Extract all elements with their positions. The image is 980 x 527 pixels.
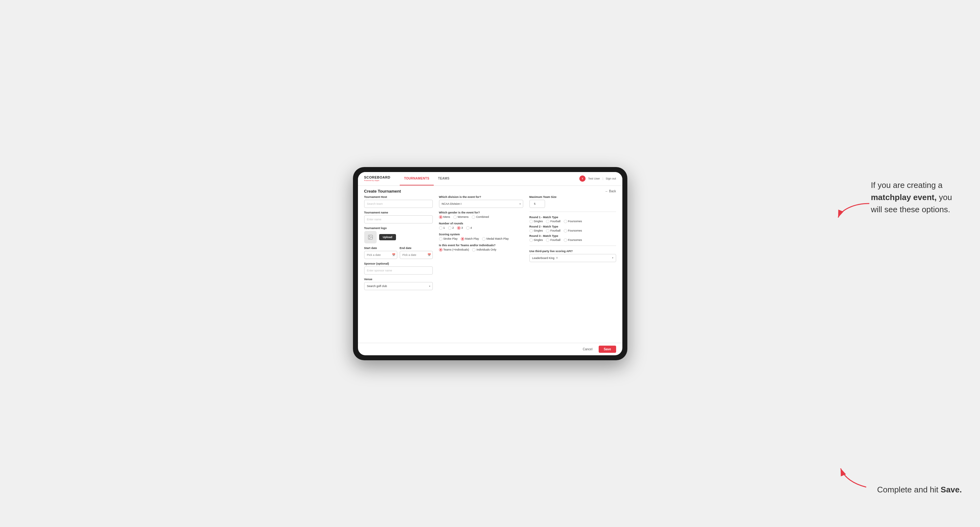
scoring-match[interactable]: Match Play (461, 237, 479, 241)
individuals-label: Individuals Only (476, 248, 496, 251)
annotation-matchplay-bold: matchplay event, (871, 193, 937, 202)
event-teams[interactable]: Teams (+Individuals) (439, 248, 469, 251)
gender-mens[interactable]: Mens (439, 215, 450, 219)
scoring-medal[interactable]: Medal Match Play (482, 237, 509, 241)
round4-label: 4 (471, 226, 472, 229)
end-date-wrapper (400, 251, 433, 259)
tablet-screen: SCOREBOARD Powered by clippit TOURNAMENT… (358, 172, 622, 355)
end-date-input[interactable] (400, 251, 433, 259)
rounds-1[interactable]: 1 (439, 226, 445, 230)
annotation-bottom-text: Complete and hit (877, 485, 941, 494)
round1-match-label: Round 1 - Match Type (530, 216, 616, 219)
radio-r1-foursomes (564, 220, 567, 223)
radio-teams-dot (439, 248, 442, 251)
arrow-bottom-svg (838, 465, 869, 490)
svg-point-1 (369, 236, 370, 237)
r2-singles-label: Singles (534, 229, 543, 232)
upload-button[interactable]: Upload (379, 234, 396, 240)
match-play-label: Match Play (465, 237, 479, 240)
gender-radio-group: Mens Womens Combined (439, 215, 523, 219)
round1-options: Singles Fourball Foursomes (530, 220, 616, 223)
radio-r3-fourball (546, 238, 549, 242)
back-button[interactable]: ← Back (605, 189, 616, 193)
scoring-stroke[interactable]: Stroke Play (439, 237, 458, 241)
gender-combined-label: Combined (476, 215, 489, 219)
gender-mens-label: Mens (443, 215, 450, 219)
round3-label: 3 (461, 226, 463, 229)
r3-fourball-label: Fourball (550, 238, 561, 241)
logo-placeholder (364, 231, 377, 243)
sponsor-group: Sponsor (optional) (364, 262, 433, 275)
round2-singles[interactable]: Singles (530, 229, 543, 232)
round2-foursomes[interactable]: Foursomes (564, 229, 582, 232)
tablet-frame: SCOREBOARD Powered by clippit TOURNAMENT… (353, 167, 627, 360)
nav-separator: | (602, 177, 603, 180)
division-group: Which division is the event for? NCAA Di… (439, 195, 523, 208)
division-select[interactable]: NCAA Division I (439, 200, 523, 208)
round3-fourball[interactable]: Fourball (546, 238, 561, 242)
radio-individuals-dot (472, 248, 476, 251)
third-party-value: Leaderboard King (532, 257, 555, 260)
venue-select[interactable]: Search golf club (364, 282, 433, 290)
radio-r2-foursomes (564, 229, 567, 232)
gender-group: Which gender is the event for? Mens Wome… (439, 211, 523, 219)
sponsor-input[interactable] (364, 267, 433, 275)
round1-singles[interactable]: Singles (530, 220, 543, 223)
page-header: Create Tournament ← Back (358, 186, 622, 195)
max-team-size-input[interactable] (530, 200, 545, 208)
match-type-section: Round 1 - Match Type Singles Fourball (530, 216, 616, 242)
app-logo: SCOREBOARD Powered by clippit (364, 176, 390, 181)
third-party-label: Use third-party live scoring API? (530, 250, 616, 253)
division-label: Which division is the event for? (439, 195, 523, 198)
round2-fourball[interactable]: Fourball (546, 229, 561, 232)
page-title: Create Tournament (364, 189, 401, 194)
rounds-4[interactable]: 4 (466, 226, 472, 230)
annotation-save-bold: Save. (941, 485, 962, 494)
third-party-input[interactable]: Leaderboard King ✕ ▾ (530, 254, 616, 262)
r1-fourball-label: Fourball (550, 220, 561, 223)
radio-combined-dot (472, 215, 475, 219)
tab-teams[interactable]: TEAMS (434, 172, 454, 186)
event-for-radio-group: Teams (+Individuals) Individuals Only (439, 248, 523, 251)
radio-mens-dot (439, 215, 442, 219)
start-date-input[interactable] (364, 251, 397, 259)
col-middle: Which division is the event for? NCAA Di… (439, 195, 523, 340)
rounds-3[interactable]: 3 (457, 226, 463, 230)
sponsor-label: Sponsor (optional) (364, 262, 433, 265)
rounds-2[interactable]: 2 (448, 226, 454, 230)
form-area: Tournament Host Tournament name Tourname… (358, 195, 622, 343)
round1-foursomes[interactable]: Foursomes (564, 220, 582, 223)
arrow-right-svg (835, 200, 872, 219)
round2-label: 2 (452, 226, 454, 229)
divider2 (530, 246, 616, 246)
radio-r1-singles (530, 220, 533, 223)
scoring-label: Scoring system (439, 233, 523, 236)
tournament-name-input[interactable] (364, 215, 433, 224)
gender-combined[interactable]: Combined (472, 215, 489, 219)
nav-right: T Test User | Sign out (579, 175, 616, 182)
division-select-wrapper: NCAA Division I (439, 200, 523, 208)
rounds-group: Number of rounds 1 2 3 (439, 222, 523, 230)
event-individuals[interactable]: Individuals Only (472, 248, 496, 251)
round3-options: Singles Fourball Foursomes (530, 238, 616, 242)
radio-r3-singles (530, 238, 533, 242)
tournament-host-input[interactable] (364, 200, 433, 208)
gender-womens[interactable]: Womens (453, 215, 469, 219)
r3-singles-label: Singles (534, 238, 543, 241)
round3-singles[interactable]: Singles (530, 238, 543, 242)
tag-remove-button[interactable]: ✕ (556, 256, 558, 260)
avatar: T (579, 175, 585, 182)
logo-subtitle: Powered by clippit (364, 179, 390, 181)
event-for-label: Is this event for Teams and/or Individua… (439, 244, 523, 247)
save-button[interactable]: Save (599, 346, 616, 353)
round3-foursomes[interactable]: Foursomes (564, 238, 582, 242)
logo-title: SCOREBOARD (364, 176, 390, 179)
sign-out-link[interactable]: Sign out (606, 177, 616, 180)
tab-tournaments[interactable]: TOURNAMENTS (400, 172, 434, 186)
cancel-button[interactable]: Cancel (580, 346, 595, 352)
start-date-field: Start date (364, 246, 397, 259)
tournament-host-group: Tournament Host (364, 195, 433, 208)
radio-round3-dot (457, 226, 461, 230)
r1-foursomes-label: Foursomes (568, 220, 582, 223)
round1-fourball[interactable]: Fourball (546, 220, 561, 223)
